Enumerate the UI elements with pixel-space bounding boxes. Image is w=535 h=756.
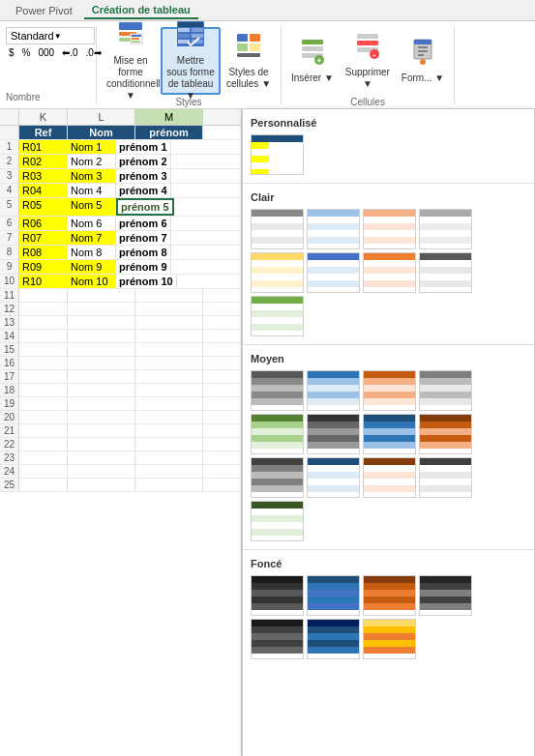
style-moyen-6[interactable]: [307, 414, 360, 454]
cell-nom4[interactable]: Nom 4: [68, 184, 116, 197]
cell-ref-header[interactable]: Ref: [19, 126, 68, 139]
insert-label: Insérer ▼: [291, 73, 334, 84]
cell-r06[interactable]: R06: [19, 217, 68, 230]
style-moyen-12[interactable]: [419, 457, 472, 498]
cell-styles-btn[interactable]: Styles decellules ▼: [223, 27, 275, 95]
cell-prenom2[interactable]: prénom 2: [116, 155, 171, 168]
currency-btn[interactable]: $: [6, 46, 17, 59]
style-thumb-clair-plain[interactable]: [251, 209, 304, 249]
cell-prenom9[interactable]: prénom 9: [116, 260, 171, 274]
cell-nom1[interactable]: Nom 1: [68, 140, 116, 154]
style-fonce-7[interactable]: [363, 619, 416, 659]
cell-r05[interactable]: R05: [19, 198, 68, 216]
conditional-format-btn[interactable]: Mise en formeconditionnelle ▼: [103, 27, 159, 95]
cells-group-label: Cellules: [350, 95, 385, 107]
style-thumb-clair-5[interactable]: [251, 296, 304, 336]
cell-prenom4[interactable]: prénom 4: [116, 184, 171, 197]
cell-styles-icon: [235, 32, 262, 65]
format-table-icon: [176, 20, 205, 53]
style-thumb-clair-blue[interactable]: [307, 209, 360, 249]
format-btn[interactable]: Form... ▼: [398, 27, 448, 95]
cell-r10[interactable]: R10: [19, 275, 68, 288]
style-fonce-1[interactable]: [251, 575, 304, 616]
cell-prenom1[interactable]: prénom 1: [116, 140, 171, 154]
cell-r09[interactable]: R09: [19, 260, 68, 274]
svg-text:+: +: [316, 56, 321, 65]
style-thumb-clair-orange[interactable]: [363, 209, 416, 249]
cell-nom5[interactable]: Nom 5: [68, 198, 116, 216]
empty-row: 16: [0, 357, 241, 370]
empty-row: 21: [0, 424, 241, 438]
style-thumb-clair-yellow[interactable]: [251, 252, 304, 293]
style-moyen-11[interactable]: [363, 457, 416, 498]
cell-r01[interactable]: R01: [19, 140, 68, 154]
percent-btn[interactable]: %: [19, 46, 34, 59]
cell-nom7[interactable]: Nom 7: [68, 231, 116, 245]
cell-nom8[interactable]: Nom 8: [68, 246, 116, 259]
style-fonce-5[interactable]: [251, 619, 304, 659]
style-thumb-clair-gray[interactable]: [419, 209, 472, 249]
number-group: Standard ▼ $ % 000 ⬅.0 .0➡ Nombre: [0, 25, 97, 104]
delete-label: Supprimer ▼: [343, 67, 392, 90]
delete-btn[interactable]: - Supprimer ▼: [340, 27, 396, 95]
cell-prenom3[interactable]: prénom 3: [116, 169, 171, 183]
style-fonce-6[interactable]: [307, 619, 360, 659]
cell-nom10[interactable]: Nom 10: [68, 275, 116, 288]
style-moyen-9[interactable]: [251, 457, 304, 498]
style-moyen-8[interactable]: [419, 414, 472, 454]
style-fonce-2[interactable]: [307, 575, 360, 616]
style-thumb-clair-3[interactable]: [363, 252, 416, 293]
svg-rect-15: [237, 34, 248, 42]
cell-nom-header[interactable]: Nom: [68, 126, 135, 139]
number-format-dropdown[interactable]: Standard ▼: [6, 27, 95, 44]
cell-prenom10[interactable]: prénom 10: [116, 275, 177, 288]
custom-style-grid: [243, 131, 534, 179]
style-moyen-4[interactable]: [419, 370, 472, 411]
cell-nom2[interactable]: Nom 2: [68, 155, 116, 168]
style-thumb-custom-1[interactable]: [251, 134, 304, 175]
cell-nom3[interactable]: Nom 3: [68, 169, 116, 183]
svg-rect-26: [357, 41, 378, 45]
style-moyen-1[interactable]: [251, 370, 304, 411]
style-moyen-2[interactable]: [307, 370, 360, 411]
cell-nom9[interactable]: Nom 9: [68, 260, 116, 274]
tab-creation-tableau[interactable]: Création de tableau: [84, 2, 198, 19]
empty-row: 24: [0, 465, 241, 479]
decrease-decimal-btn[interactable]: ⬅.0: [59, 46, 80, 59]
style-fonce-4[interactable]: [419, 575, 472, 616]
cell-prenom5[interactable]: prénom 5: [116, 198, 174, 216]
style-moyen-10[interactable]: [307, 457, 360, 498]
table-row: 8 R08 Nom 8 prénom 8: [0, 246, 241, 260]
svg-rect-21: [302, 46, 323, 51]
format-as-table-btn[interactable]: Mettre sous formede tableau ▼: [161, 27, 221, 95]
empty-row: 14: [0, 330, 241, 343]
style-moyen-3[interactable]: [363, 370, 416, 411]
style-moyen-5[interactable]: [251, 414, 304, 454]
cell-prenom-header[interactable]: prénom: [135, 126, 203, 139]
cell-r08[interactable]: R08: [19, 246, 68, 259]
style-moyen-13[interactable]: [251, 501, 304, 541]
cell-r02[interactable]: R02: [19, 155, 68, 168]
main-area: K L M Ref Nom prénom 1 R01 Nom 1 prénom …: [0, 109, 535, 756]
style-thumb-clair-4[interactable]: [419, 252, 472, 293]
style-moyen-7[interactable]: [363, 414, 416, 454]
cell-r04[interactable]: R04: [19, 184, 68, 197]
style-thumb-clair-2[interactable]: [307, 252, 360, 293]
cell-prenom8[interactable]: prénom 8: [116, 246, 171, 259]
table-row: 2 R02 Nom 2 prénom 2: [0, 155, 241, 169]
cell-r03[interactable]: R03: [19, 169, 68, 183]
insert-btn[interactable]: + Insérer ▼: [287, 27, 338, 95]
divider-3: [243, 549, 534, 550]
thousands-btn[interactable]: 000: [35, 46, 57, 59]
cell-prenom6[interactable]: prénom 6: [116, 217, 171, 230]
cell-nom6[interactable]: Nom 6: [68, 217, 116, 230]
cell-r07[interactable]: R07: [19, 231, 68, 245]
table-row: 3 R03 Nom 3 prénom 3: [0, 169, 241, 184]
svg-rect-11: [178, 34, 190, 38]
cell-styles-label: Styles decellules ▼: [226, 67, 271, 90]
tab-power-pivot[interactable]: Power Pivot: [8, 3, 80, 18]
svg-rect-18: [250, 44, 260, 51]
style-fonce-3[interactable]: [363, 575, 416, 616]
cell-prenom7[interactable]: prénom 7: [116, 231, 171, 245]
empty-row: 22: [0, 438, 241, 451]
